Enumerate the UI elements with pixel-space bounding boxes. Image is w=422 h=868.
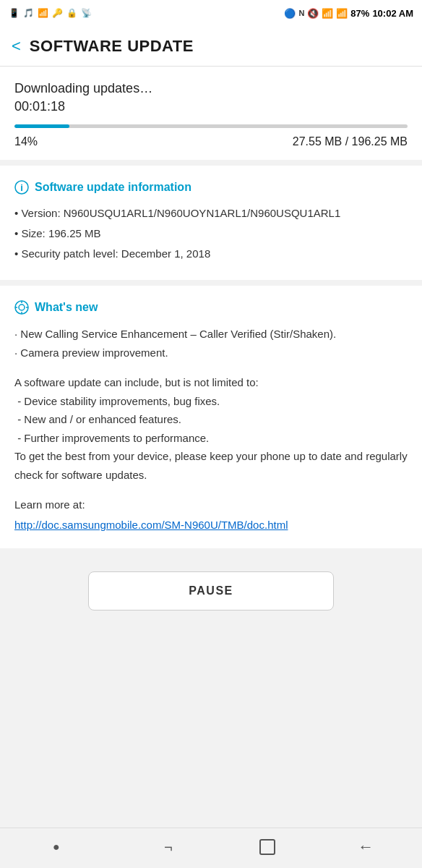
whats-new-content: · New Calling Service Enhancement – Call… (14, 325, 408, 534)
status-bar: 📱 🎵 📶 🔑 🔒 📡 🔵 N 🔇 📶 📶 87% 10:02 AM (0, 0, 422, 26)
security-info: • Security patch level: December 1, 2018 (14, 245, 408, 263)
wifi-status-icon: 📶 (322, 8, 333, 19)
back-button[interactable]: < (12, 37, 21, 56)
nav-back-button[interactable]: ← (344, 833, 387, 861)
wifi-icon: 📶 (38, 8, 48, 18)
download-section: Downloading updates… 00:01:18 14% 27.55 … (0, 67, 422, 160)
nfc-icon: N (298, 9, 304, 17)
version-info: • Version: N960USQU1ARL1/N960UOYN1ARL1/N… (14, 205, 408, 222)
signal-icon-2: 📡 (81, 8, 92, 18)
header: < SOFTWARE UPDATE (0, 26, 422, 67)
page-title: SOFTWARE UPDATE (30, 37, 194, 56)
update-info-section: i Software update information • Version:… (0, 166, 422, 280)
update-info-title: i Software update information (14, 180, 408, 195)
progress-size: 27.55 MB / 196.25 MB (293, 135, 408, 148)
learn-more-label: Learn more at: (14, 495, 408, 514)
status-left-icons: 📱 🎵 📶 🔑 🔒 📡 (9, 8, 92, 18)
progress-bar-fill (14, 124, 69, 128)
whats-new-section: What's new · New Calling Service Enhance… (0, 286, 422, 548)
learn-more-link[interactable]: http://doc.samsungmobile.com/SM-N960U/TM… (14, 519, 288, 531)
pause-button[interactable]: PAUSE (88, 571, 334, 610)
progress-bar-container (14, 124, 408, 128)
audio-icon: 🎵 (23, 8, 34, 18)
nav-home-button[interactable]: ● (35, 833, 78, 861)
navigation-bar: ● ⌐ ← (0, 827, 422, 868)
size-info: • Size: 196.25 MB (14, 225, 408, 242)
whats-new-title: What's new (14, 300, 408, 315)
progress-percent: 14% (14, 135, 38, 148)
nav-square-button[interactable] (259, 839, 275, 855)
learn-more: Learn more at: http://doc.samsungmobile.… (14, 495, 408, 534)
whats-new-features: · New Calling Service Enhancement – Call… (14, 325, 408, 362)
battery-label: 87% (350, 8, 369, 19)
download-status-label: Downloading updates… (14, 81, 408, 96)
key-icon: 🔑 (52, 8, 63, 18)
mute-icon: 🔇 (307, 8, 319, 19)
status-right: 🔵 N 🔇 📶 📶 87% 10:02 AM (284, 8, 413, 19)
signal-bars-icon: 📶 (336, 8, 348, 19)
general-update-info: A software update can include, but is no… (14, 373, 408, 484)
svg-point-3 (19, 305, 25, 310)
progress-info: 14% 27.55 MB / 196.25 MB (14, 135, 408, 148)
bluetooth-icon: 🔵 (284, 8, 296, 19)
download-elapsed-time: 00:01:18 (14, 99, 408, 114)
phone-icon: 📱 (9, 8, 20, 18)
time-label: 10:02 AM (372, 8, 413, 19)
main-content: Downloading updates… 00:01:18 14% 27.55 … (0, 67, 422, 827)
vpn-icon: 🔒 (66, 8, 77, 18)
button-area: PAUSE (0, 554, 422, 628)
info-icon: i (14, 180, 29, 195)
whats-new-icon (14, 300, 29, 315)
nav-recent-button[interactable]: ⌐ (147, 833, 190, 861)
svg-text:i: i (20, 182, 23, 193)
